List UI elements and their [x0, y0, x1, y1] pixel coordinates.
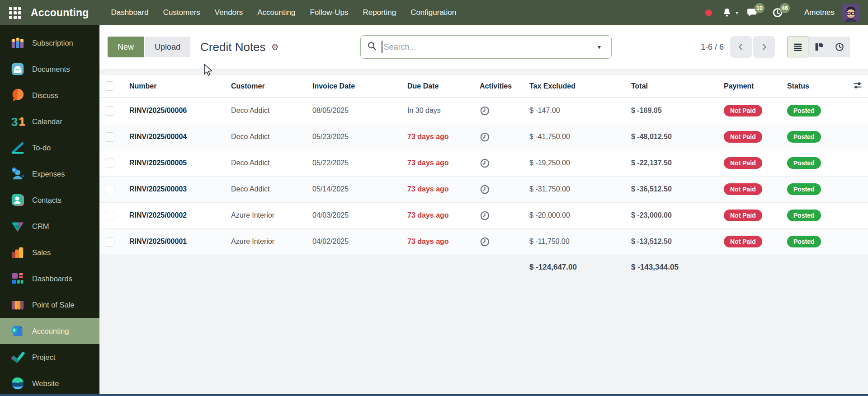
sidebar-item-discuss[interactable]: Discuss [0, 82, 99, 108]
menu-customers[interactable]: Customers [157, 4, 206, 21]
upload-button[interactable]: Upload [145, 37, 190, 57]
sidebar-item-contacts[interactable]: Contacts [0, 187, 99, 213]
pager-next-button[interactable] [753, 36, 775, 58]
row-checkbox[interactable] [105, 185, 114, 194]
sidebar-label: Point of Sale [32, 301, 75, 309]
payment-status-badge: Not Paid [724, 131, 762, 143]
sidebar-item-expenses[interactable]: $ Expenses [0, 161, 99, 187]
due-date-cell: 73 days ago [407, 211, 449, 219]
sidebar-item-crm[interactable]: CRM [0, 213, 99, 239]
invoice-date-cell: 04/02/2025 [307, 228, 402, 255]
due-date-cell: 73 days ago [407, 238, 449, 245]
kanban-view-button[interactable] [808, 37, 829, 57]
table-row[interactable]: RINV/2025/00005 Deco Addict 05/22/2025 7… [99, 150, 868, 176]
column-header-customer[interactable]: Customer [226, 75, 307, 98]
row-checkbox[interactable] [105, 158, 114, 168]
sidebar-item-calendar[interactable]: 311 Calendar [0, 108, 99, 135]
column-header-tax-excluded[interactable]: Tax Excluded [524, 75, 626, 98]
sidebar-item-sales[interactable]: Sales [0, 239, 99, 266]
schedule-activity-icon[interactable] [480, 184, 519, 195]
activity-view-button[interactable] [829, 37, 850, 57]
column-header-number[interactable]: Number [124, 75, 226, 98]
pager-previous-button[interactable] [730, 36, 752, 58]
messages-button[interactable]: 10 [745, 6, 759, 19]
sidebar-label: Sales [32, 248, 51, 257]
menu-vendors[interactable]: Vendors [209, 4, 249, 21]
sidebar-item-subscription[interactable]: $$$ Subscription [0, 30, 99, 56]
table-row[interactable]: RINV/2025/00003 Deco Addict 05/14/2025 7… [99, 176, 868, 202]
schedule-activity-icon[interactable] [480, 210, 519, 221]
column-header-status[interactable]: Status [782, 75, 843, 98]
sidebar-label: Subscription [32, 39, 73, 47]
menu-reporting[interactable]: Reporting [357, 4, 402, 21]
total-cell: $ -169.05 [626, 98, 718, 124]
table-row[interactable]: RINV/2025/00004 Deco Addict 05/23/2025 7… [99, 124, 868, 150]
tax-excluded-cell: $ -19,250.00 [524, 150, 626, 176]
kanban-view-icon [814, 42, 824, 52]
menu-follow-ups[interactable]: Follow-Ups [304, 4, 354, 21]
tax-excluded-cell: $ -147.00 [524, 98, 626, 124]
sidebar-label: Accounting [32, 327, 69, 335]
row-checkbox[interactable] [105, 211, 114, 220]
column-header-total[interactable]: Total [626, 75, 718, 98]
user-avatar[interactable] [842, 4, 860, 22]
sidebar-item-project[interactable]: Project [0, 344, 99, 370]
list-view-button[interactable] [788, 37, 808, 57]
menu-accounting[interactable]: Accounting [251, 4, 301, 21]
sidebar-label: Project [32, 353, 55, 362]
caret-down-icon: ▾ [736, 9, 738, 16]
app-brand[interactable]: Accounting [31, 7, 89, 19]
sidebar-label: Expenses [32, 170, 65, 178]
sidebar-item-accounting[interactable]: $ Accounting [0, 318, 99, 344]
schedule-activity-icon[interactable] [480, 158, 519, 168]
app-sidebar: $$$ Subscription Documents Discuss 311 C… [0, 25, 99, 394]
tax-excluded-cell: $ -11,750.00 [524, 228, 626, 255]
row-checkbox[interactable] [105, 237, 114, 247]
search-bar: ▾ [360, 35, 612, 59]
grand-total: $ -143,344.05 [626, 255, 718, 280]
point-of-sale-app-icon [10, 297, 25, 312]
sidebar-item-documents[interactable]: Documents [0, 56, 99, 82]
credit-note-number: RINV/2025/00003 [129, 185, 187, 193]
chevron-left-icon [737, 43, 745, 51]
gear-icon[interactable]: ⚙ [271, 42, 279, 52]
sidebar-label: Documents [32, 65, 70, 74]
select-all-checkbox[interactable] [105, 81, 114, 91]
column-header-payment[interactable]: Payment [718, 75, 782, 98]
schedule-activity-icon[interactable] [480, 106, 519, 116]
optional-columns-icon[interactable] [853, 84, 863, 92]
todo-app-icon [10, 140, 25, 155]
column-header-activities[interactable]: Activities [474, 75, 524, 98]
sidebar-item-point-of-sale[interactable]: Point of Sale [0, 292, 99, 318]
activities-count-badge: 46 [780, 3, 790, 13]
activities-button[interactable]: 46 [771, 6, 784, 19]
column-header-due-date[interactable]: Due Date [402, 75, 474, 98]
menu-configuration[interactable]: Configuration [405, 4, 462, 21]
notifications-button[interactable]: ▾ [720, 6, 738, 19]
search-input[interactable] [384, 42, 587, 52]
column-header-invoice-date[interactable]: Invoice Date [307, 75, 402, 98]
total-cell: $ -48,012.50 [626, 124, 718, 150]
row-checkbox[interactable] [105, 132, 114, 142]
dashboards-app-icon [10, 271, 25, 286]
table-row[interactable]: RINV/2025/00006 Deco Addict 08/05/2025 I… [99, 98, 868, 124]
apps-grid-icon[interactable] [7, 5, 23, 20]
sidebar-item-website[interactable]: Website [0, 370, 99, 396]
menu-dashboard[interactable]: Dashboard [105, 4, 155, 21]
sidebar-item-dashboards[interactable]: Dashboards [0, 266, 99, 292]
calendar-app-icon: 311 [10, 114, 25, 129]
search-options-toggle[interactable]: ▾ [587, 36, 611, 58]
table-row[interactable]: RINV/2025/00001 Azure Interior 04/02/202… [99, 228, 868, 255]
chevron-right-icon [760, 43, 768, 51]
schedule-activity-icon[interactable] [480, 132, 519, 142]
credit-note-number: RINV/2025/00001 [129, 238, 187, 245]
accounting-app-icon: $ [10, 323, 25, 339]
table-row[interactable]: RINV/2025/00002 Azure Interior 04/03/202… [99, 202, 868, 228]
new-button[interactable]: New [108, 37, 144, 57]
text-cursor [382, 41, 382, 53]
user-name[interactable]: Ametnes [804, 8, 835, 17]
status-badge: Posted [787, 236, 821, 247]
row-checkbox[interactable] [105, 106, 114, 116]
sidebar-item-todo[interactable]: To-do [0, 135, 99, 161]
schedule-activity-icon[interactable] [480, 237, 519, 247]
